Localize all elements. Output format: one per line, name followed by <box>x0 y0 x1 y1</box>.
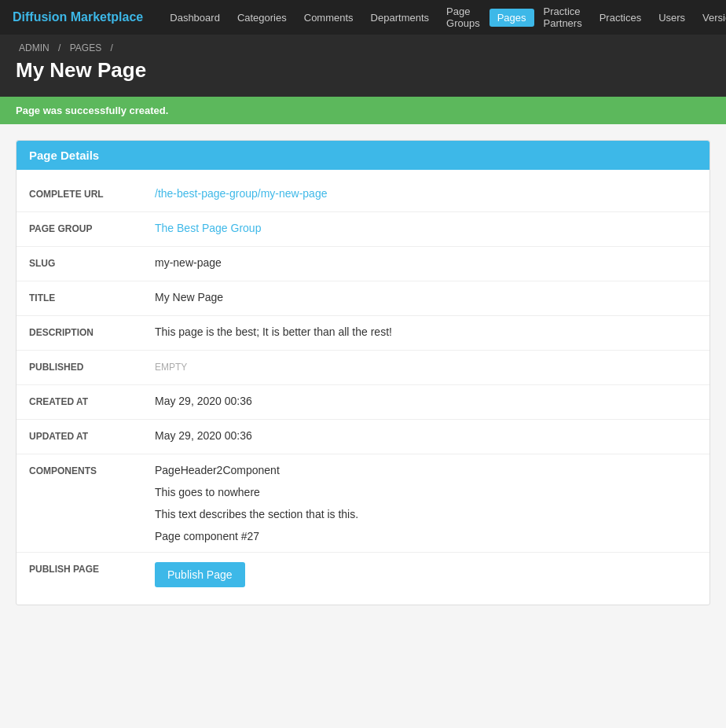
title-value: My New Page <box>155 291 697 303</box>
breadcrumb-sep2: / <box>111 42 113 53</box>
components-row: COMPONENTS PageHeader2ComponentThis goes… <box>16 454 710 553</box>
success-alert: Page was successfully created. <box>0 97 726 124</box>
description-value: This page is the best; It is better than… <box>155 325 697 338</box>
page-group-label: PAGE GROUP <box>29 222 155 234</box>
description-label: DESCRIPTION <box>29 325 155 338</box>
publish-page-value: Publish Page <box>155 562 697 587</box>
updated-at-value: May 29, 2020 00:36 <box>155 429 697 442</box>
updated-at-row: UPDATED AT May 29, 2020 00:36 <box>16 420 710 454</box>
navbar: Diffusion Marketplace DashboardCategorie… <box>0 0 726 35</box>
complete-url-value: /the-best-page-group/my-new-page <box>155 187 697 200</box>
complete-url-row: COMPLETE URL /the-best-page-group/my-new… <box>16 178 710 212</box>
published-value: EMPTY <box>155 360 697 373</box>
components-value: PageHeader2ComponentThis goes to nowhere… <box>155 464 697 542</box>
created-at-value: May 29, 2020 00:36 <box>155 395 697 407</box>
page-header: ADMIN / PAGES / My New Page <box>0 35 726 97</box>
page-title: My New Page <box>16 58 710 83</box>
page-group-value: The Best Page Group <box>155 222 697 234</box>
breadcrumb-sep1: / <box>58 42 60 53</box>
component-item: This text describes the section that is … <box>155 508 697 520</box>
nav-item-practices[interactable]: Practices <box>592 9 649 27</box>
published-row: PUBLISHED EMPTY <box>16 351 710 385</box>
component-item: This goes to nowhere <box>155 486 697 498</box>
nav-item-pages[interactable]: Pages <box>490 9 534 27</box>
components-label: COMPONENTS <box>29 464 155 476</box>
updated-at-label: UPDATED AT <box>29 429 155 442</box>
page-group-link[interactable]: The Best Page Group <box>155 222 261 234</box>
components-list: PageHeader2ComponentThis goes to nowhere… <box>155 464 697 542</box>
slug-label: SLUG <box>29 256 155 269</box>
page-group-row: PAGE GROUP The Best Page Group <box>16 212 710 247</box>
component-item: PageHeader2Component <box>155 464 697 476</box>
publish-page-button[interactable]: Publish Page <box>155 562 245 587</box>
slug-row: SLUG my-new-page <box>16 247 710 281</box>
publish-page-label: PUBLISH PAGE <box>29 562 155 575</box>
nav-item-comments[interactable]: Comments <box>296 9 361 27</box>
card-body: COMPLETE URL /the-best-page-group/my-new… <box>16 170 710 605</box>
nav-items: DashboardCategoriesCommentsDepartmentsPa… <box>162 2 726 32</box>
nav-item-departments[interactable]: Departments <box>363 9 437 27</box>
slug-value: my-new-page <box>155 256 697 269</box>
title-label: TITLE <box>29 291 155 303</box>
published-empty: EMPTY <box>155 362 187 373</box>
title-row: TITLE My New Page <box>16 281 710 316</box>
card-header: Page Details <box>16 141 710 170</box>
breadcrumb-admin: ADMIN <box>19 42 50 53</box>
component-item: Page component #27 <box>155 530 697 542</box>
created-at-label: CREATED AT <box>29 395 155 407</box>
created-at-row: CREATED AT May 29, 2020 00:36 <box>16 385 710 420</box>
brand-link[interactable]: Diffusion Marketplace <box>13 10 143 24</box>
page-details-card: Page Details COMPLETE URL /the-best-page… <box>16 140 710 605</box>
published-label: PUBLISHED <box>29 360 155 373</box>
nav-item-practice-partners[interactable]: Practice Partners <box>536 2 590 32</box>
complete-url-link[interactable]: /the-best-page-group/my-new-page <box>155 187 327 200</box>
complete-url-label: COMPLETE URL <box>29 187 155 200</box>
nav-item-versions[interactable]: Versions <box>695 9 726 27</box>
breadcrumb-pages: PAGES <box>70 42 101 53</box>
nav-item-dashboard[interactable]: Dashboard <box>162 9 228 27</box>
breadcrumb: ADMIN / PAGES / <box>16 42 710 53</box>
nav-item-users[interactable]: Users <box>651 9 693 27</box>
description-row: DESCRIPTION This page is the best; It is… <box>16 316 710 351</box>
nav-item-page-groups[interactable]: Page Groups <box>438 2 488 32</box>
nav-item-categories[interactable]: Categories <box>229 9 295 27</box>
publish-page-row: PUBLISH PAGE Publish Page <box>16 553 710 597</box>
